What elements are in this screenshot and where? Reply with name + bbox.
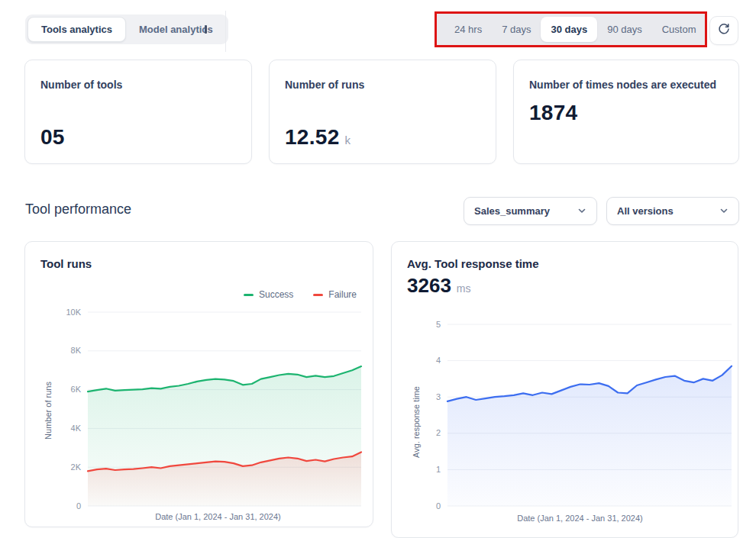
tool-runs-y-axis-label: Number of runs [44, 372, 53, 449]
time-range-7days[interactable]: 7 days [492, 17, 541, 42]
svg-text:4K: 4K [71, 424, 82, 433]
tool-runs-card: Tool runs Success Failure Number of runs… [24, 241, 373, 527]
time-range-custom-label: Custom [662, 24, 696, 35]
response-time-chart[interactable]: 012345 [415, 317, 735, 518]
tool-runs-legend: Success Failure [244, 289, 357, 300]
time-range-90days[interactable]: 90 days [597, 17, 652, 42]
time-range-24hrs[interactable]: 24 hrs [444, 17, 492, 42]
vertical-divider [225, 11, 226, 52]
svg-text:2K: 2K [71, 462, 82, 472]
stat-title: Number of times nodes are executed [529, 79, 723, 91]
svg-text:6K: 6K [71, 385, 82, 394]
cropped-ui-fragment [205, 25, 207, 34]
version-select-value: All versions [617, 205, 674, 217]
stat-title: Number of tools [40, 79, 236, 91]
stat-card-nodes-executed: Number of times nodes are executed 1874 [513, 60, 739, 164]
time-range-selector-annotated: 24 hrs 7 days 30 days 90 days Custom [435, 11, 707, 47]
svg-text:2: 2 [436, 428, 441, 437]
stat-title: Number of runs [285, 79, 480, 91]
stat-value: 05 [40, 125, 65, 150]
stat-unit: k [345, 134, 351, 147]
tool-select-value: Sales_summary [474, 205, 550, 217]
stat-value: 12.52 [285, 125, 340, 150]
version-select-dropdown[interactable]: All versions [606, 197, 739, 225]
refresh-icon [717, 22, 731, 39]
tab-tools-analytics-label: Tools analytics [41, 24, 112, 35]
legend-item-failure[interactable]: Failure [313, 289, 357, 300]
response-time-card: Avg. Tool response time 3263 ms Avg. res… [391, 241, 738, 538]
stat-card-number-of-runs: Number of runs 12.52 k [269, 60, 496, 164]
legend-label: Success [259, 289, 293, 300]
failure-swatch-icon [313, 294, 323, 296]
response-time-title: Avg. Tool response time [407, 257, 539, 270]
svg-text:3: 3 [436, 392, 441, 401]
time-range-30days[interactable]: 30 days [541, 17, 597, 42]
svg-text:0: 0 [76, 501, 81, 511]
response-time-x-axis-label: Date (Jan 1, 2024 - Jan 31, 2024) [392, 514, 738, 523]
response-time-unit: ms [457, 282, 471, 295]
time-range-24hrs-label: 24 hrs [454, 24, 482, 35]
response-time-value: 3263 [407, 274, 451, 298]
success-swatch-icon [244, 294, 254, 296]
legend-item-success[interactable]: Success [244, 289, 293, 300]
tool-runs-x-axis-label: Date (Jan 1, 2024 - Jan 31, 2024) [25, 512, 373, 521]
tool-select-dropdown[interactable]: Sales_summary [464, 197, 597, 225]
tool-runs-chart[interactable]: 02K4K6K8K10K [53, 304, 364, 518]
stat-card-number-of-tools: Number of tools 05 [24, 60, 252, 164]
tab-tools-analytics[interactable]: Tools analytics [27, 17, 126, 42]
svg-text:0: 0 [436, 501, 441, 511]
chevron-down-icon [719, 205, 729, 218]
time-range-90days-label: 90 days [607, 24, 642, 35]
chevron-down-icon [577, 205, 586, 218]
time-range-custom[interactable]: Custom [652, 17, 706, 42]
refresh-button[interactable] [709, 16, 738, 45]
time-range-30days-label: 30 days [551, 24, 587, 35]
time-range-7days-label: 7 days [502, 24, 531, 35]
analytics-tabs: Tools analytics Model analytics [25, 14, 228, 44]
tab-model-analytics-label: Model analytics [139, 24, 213, 35]
tab-model-analytics[interactable]: Model analytics [126, 17, 226, 42]
svg-text:5: 5 [436, 320, 441, 329]
svg-text:8K: 8K [71, 346, 82, 355]
stat-value: 1874 [529, 101, 578, 125]
legend-label: Failure [328, 289, 357, 300]
svg-text:4: 4 [436, 356, 441, 365]
svg-text:10K: 10K [66, 308, 81, 317]
section-title-tool-performance: Tool performance [25, 201, 131, 217]
svg-text:1: 1 [436, 465, 441, 474]
tool-runs-title: Tool runs [40, 257, 92, 270]
